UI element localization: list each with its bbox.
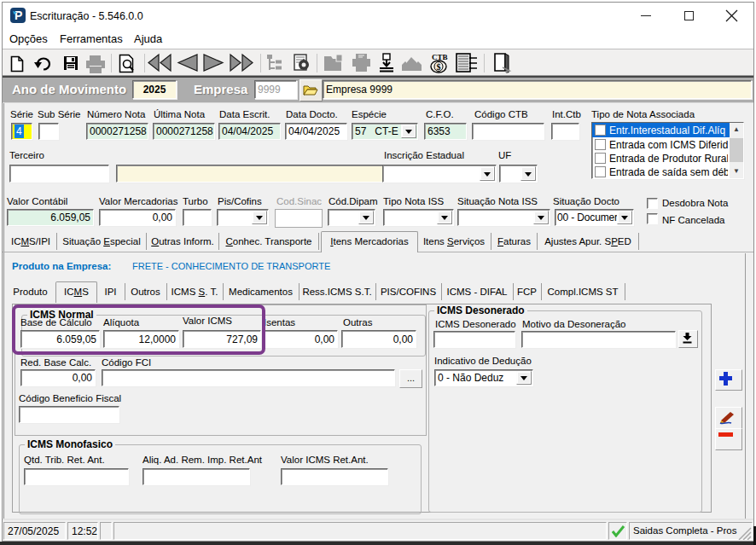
svg-text:$: $: [437, 62, 441, 72]
svg-text:P: P: [15, 9, 22, 22]
